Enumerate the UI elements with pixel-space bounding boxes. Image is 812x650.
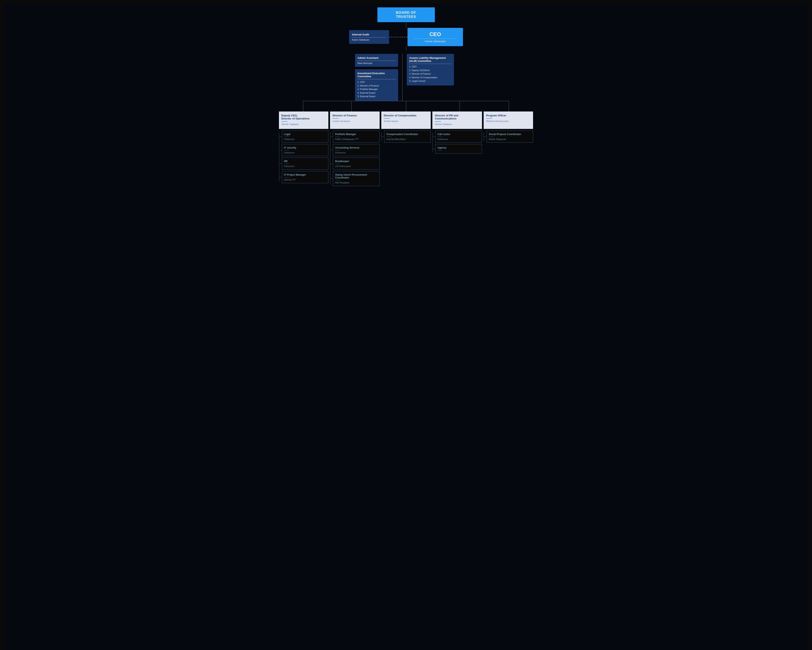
internal-audit-name: Karen Sahakyan	[352, 38, 386, 41]
audit-divider	[352, 37, 386, 38]
sub-callcentre-div	[438, 137, 443, 137]
sub-bookkeeper-title: Bookkeeper	[335, 160, 377, 163]
tick-2	[351, 101, 352, 111]
internal-audit-title: Internal Audit	[352, 33, 386, 36]
invest-divider	[357, 79, 395, 79]
dept-deputy-title: Deputy CEO,Director of Operations	[281, 114, 326, 120]
ceo-to-hbar-vline	[406, 101, 406, 111]
sub-socialcoord-title: Social Projects Coordinator	[489, 133, 531, 135]
investment-committee-node: Investment Executive Committee 1. CEO 2.…	[355, 69, 398, 101]
board-title: BOARD OF TRUSTEES	[386, 11, 427, 19]
dashed-line	[389, 37, 408, 37]
sub-legal-title: Legal	[284, 133, 326, 135]
left-committees: Admin Assistant Nare Atomyan Investment …	[355, 54, 398, 101]
dashed-connector	[389, 28, 408, 46]
dept-program: Program Officer Mariana Harutyunyan Soci…	[484, 111, 533, 143]
alm-item-1: 1. CEO	[409, 65, 452, 69]
alm-item-5: 5. Legal Council	[409, 79, 452, 83]
dept-pr-divider	[435, 121, 441, 122]
sub-itsec-value: Outsource	[284, 151, 326, 154]
dept-prog-divider	[486, 118, 492, 119]
level-1-row: Internal Audit Karen Sahakyan CEO Karine…	[349, 28, 463, 46]
alm-committee-col: Assets Liability Management (ALM) Commit…	[407, 54, 457, 85]
admin-name: Nare Atomyan	[357, 62, 395, 64]
invest-item-3: 3. Portfolio Manager	[357, 87, 395, 91]
sub-agency: Agency	[435, 144, 482, 154]
sub-compcoord-div	[386, 137, 392, 137]
tick-4	[459, 101, 460, 111]
board-of-trustees-node: BOARD OF TRUSTEES	[377, 8, 435, 22]
sub-hr: HR Outsource	[282, 158, 328, 170]
invest-item-5: 5. External Expert	[357, 95, 395, 98]
dept-finance-title: Director of Finance	[333, 114, 377, 117]
sub-hr-title: HR	[284, 160, 326, 163]
page: BOARD OF TRUSTEES Internal Audit Karen S…	[4, 4, 808, 650]
sub-bookkeeper: Bookkeeper Lilit Ghebuzyan	[333, 158, 380, 170]
sub-stamp-title: Stamp return/ Procurement Coordinator	[335, 174, 377, 179]
sub-itsec-title: IT security	[284, 146, 326, 149]
invest-item-2: 2. Director of Finance	[357, 84, 395, 88]
dept-hbar	[303, 101, 509, 101]
dept-finance-divider	[333, 118, 339, 119]
dept-prog-subitems: Social Projects Coordinator Arpine Zarga…	[484, 131, 533, 143]
invest-title: Investment Executive Committee	[357, 72, 395, 78]
sub-legal-div	[284, 137, 289, 137]
dept-finance-subitems: Portfolio Manager Feliks Chitingaryan, P…	[330, 131, 380, 186]
dept-connector-area	[279, 101, 533, 111]
sub-hr-div	[284, 164, 289, 164]
dept-prog-name: Mariana Harutyunyan	[486, 120, 531, 122]
sub-legal-value: Outsource	[284, 138, 326, 140]
sub-portmgr: Portfolio Manager Feliks Chitingaryan, P…	[333, 131, 380, 143]
ceo-title: CEO	[414, 31, 457, 38]
ceo-level2-vline	[406, 46, 406, 50]
dept-prog-header: Program Officer Mariana Harutyunyan	[484, 111, 533, 129]
dept-comp-title: Director of Compensation	[384, 114, 429, 117]
sub-compcoord: Compensation Coordinator Hrachik Aftandi…	[384, 131, 431, 143]
sub-callcentre-title: Call centre	[438, 133, 480, 135]
sub-socialcoord-value: Arpine Zargaryan	[489, 138, 531, 140]
level-2-row: Admin Assistant Nare Atomyan Investment …	[355, 54, 457, 101]
dept-deputy-name: Tatevik Yaghjyan	[281, 123, 326, 125]
sub-itsec: IT security Outsource	[282, 144, 328, 156]
org-chart: BOARD OF TRUSTEES Internal Audit Karen S…	[279, 8, 533, 186]
dept-pr: Director of PR and Communications Narine…	[432, 111, 482, 154]
sub-socialcoord: Social Projects Coordinator Arpine Zarga…	[487, 131, 533, 143]
sub-portmgr-value: Feliks Chitingaryan, PT	[335, 138, 377, 140]
alm-title: Assets Liability Management (ALM) Commit…	[409, 56, 452, 62]
invest-item-4: 4. External Expert	[357, 91, 395, 95]
sub-itpm: IT Project Manager Internal, PT	[282, 171, 328, 183]
chart-grid: BOARD OF TRUSTEES Internal Audit Karen S…	[279, 8, 533, 186]
sub-callcentre-value: Outsource	[438, 138, 480, 140]
sub-compcoord-title: Compensation Coordinator	[386, 133, 429, 135]
internal-audit-node: Internal Audit Karen Sahakyan	[349, 30, 389, 44]
sub-callcentre: Call centre Outsource	[435, 131, 482, 143]
sub-accsvc-title: Accounting Services	[335, 146, 377, 149]
sub-accsvc: Accounting Services Outsource	[333, 144, 380, 156]
ceo-name: Karine Sarkissian	[414, 40, 457, 43]
sub-socialcoord-div	[489, 137, 494, 137]
admin-assistant-node: Admin Assistant Nare Atomyan	[355, 54, 398, 67]
level-0-row: BOARD OF TRUSTEES	[377, 8, 435, 22]
tick-5	[509, 101, 509, 111]
center-vline	[402, 54, 403, 101]
dept-comp-name: Smbat Salyan	[384, 120, 429, 122]
alm-item-4: 4. Director of Compensation	[409, 76, 452, 79]
sub-bookkeeper-value: Lilit Ghebuzyan	[335, 165, 377, 167]
dept-pr-name: Narine Galstyan	[435, 123, 479, 125]
dept-pr-subitems: Call centre Outsource Agency	[432, 131, 482, 154]
sub-itpm-title: IT Project Manager	[284, 174, 326, 176]
dept-finance: Director of Finance Lusine Zurabyan Port…	[330, 111, 380, 186]
dept-comp-divider	[384, 118, 390, 119]
sub-accsvc-value: Outsource	[335, 151, 377, 154]
dept-deputy-divider	[281, 121, 288, 122]
dept-prog-title: Program Officer	[486, 114, 531, 117]
ceo-divider	[414, 38, 457, 39]
audit-col: Internal Audit Karen Sahakyan	[349, 28, 389, 46]
alm-item-2: 2. Deputy CEO/DoO	[409, 69, 452, 72]
sub-portmgr-title: Portfolio Manager	[335, 133, 377, 135]
dept-finance-name: Lusine Zurabyan	[333, 120, 377, 122]
dept-deputy-header: Deputy CEO,Director of Operations Tatevi…	[279, 111, 328, 129]
dept-deputy-subitems: Legal Outsource IT security Outsource HR	[279, 131, 328, 183]
bot-ceo-vline	[406, 22, 406, 28]
invest-list: 1. CEO 2. Director of Finance 3. Portfol…	[357, 80, 395, 98]
